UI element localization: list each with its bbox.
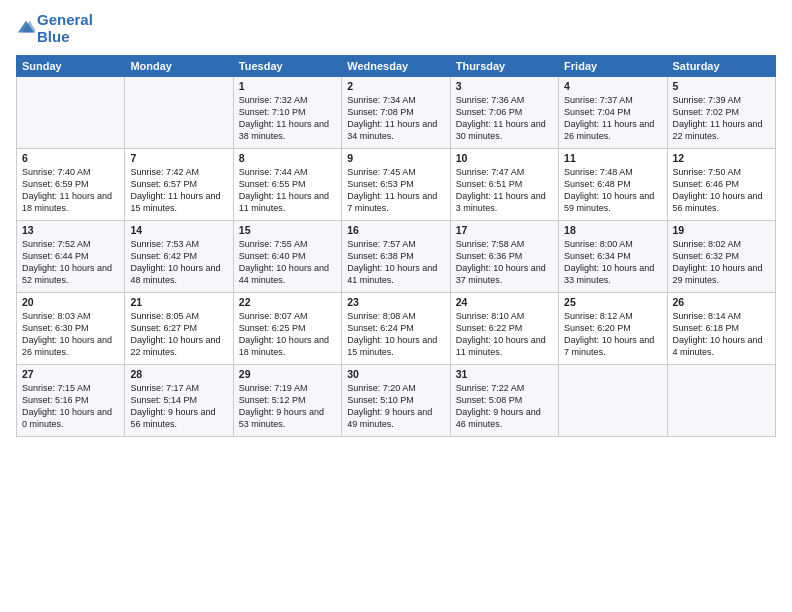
day-info: Sunrise: 8:12 AMSunset: 6:20 PMDaylight:… [564,310,661,359]
day-info: Sunrise: 8:08 AMSunset: 6:24 PMDaylight:… [347,310,444,359]
day-number: 14 [130,224,227,236]
day-info: Sunrise: 8:02 AMSunset: 6:32 PMDaylight:… [673,238,770,287]
table-row: 6Sunrise: 7:40 AMSunset: 6:59 PMDaylight… [17,149,125,221]
day-number: 31 [456,368,553,380]
table-row: 5Sunrise: 7:39 AMSunset: 7:02 PMDaylight… [667,77,775,149]
day-number: 11 [564,152,661,164]
table-row: 18Sunrise: 8:00 AMSunset: 6:34 PMDayligh… [559,221,667,293]
calendar-week-row: 1Sunrise: 7:32 AMSunset: 7:10 PMDaylight… [17,77,776,149]
table-row: 3Sunrise: 7:36 AMSunset: 7:06 PMDaylight… [450,77,558,149]
day-number: 19 [673,224,770,236]
table-row: 11Sunrise: 7:48 AMSunset: 6:48 PMDayligh… [559,149,667,221]
day-info: Sunrise: 8:03 AMSunset: 6:30 PMDaylight:… [22,310,119,359]
calendar-table: Sunday Monday Tuesday Wednesday Thursday… [16,55,776,437]
calendar-week-row: 6Sunrise: 7:40 AMSunset: 6:59 PMDaylight… [17,149,776,221]
day-info: Sunrise: 7:47 AMSunset: 6:51 PMDaylight:… [456,166,553,215]
day-number: 28 [130,368,227,380]
day-info: Sunrise: 7:45 AMSunset: 6:53 PMDaylight:… [347,166,444,215]
day-info: Sunrise: 8:00 AMSunset: 6:34 PMDaylight:… [564,238,661,287]
calendar-week-row: 27Sunrise: 7:15 AMSunset: 5:16 PMDayligh… [17,365,776,437]
table-row [559,365,667,437]
table-row: 31Sunrise: 7:22 AMSunset: 5:08 PMDayligh… [450,365,558,437]
table-row [125,77,233,149]
table-row: 1Sunrise: 7:32 AMSunset: 7:10 PMDaylight… [233,77,341,149]
day-info: Sunrise: 8:14 AMSunset: 6:18 PMDaylight:… [673,310,770,359]
header-friday: Friday [559,56,667,77]
day-number: 30 [347,368,444,380]
day-info: Sunrise: 7:20 AMSunset: 5:10 PMDaylight:… [347,382,444,431]
day-number: 7 [130,152,227,164]
logo-text-line1: General [37,12,93,29]
day-info: Sunrise: 7:55 AMSunset: 6:40 PMDaylight:… [239,238,336,287]
day-number: 24 [456,296,553,308]
day-info: Sunrise: 7:40 AMSunset: 6:59 PMDaylight:… [22,166,119,215]
day-number: 22 [239,296,336,308]
table-row: 22Sunrise: 8:07 AMSunset: 6:25 PMDayligh… [233,293,341,365]
day-number: 18 [564,224,661,236]
day-info: Sunrise: 7:39 AMSunset: 7:02 PMDaylight:… [673,94,770,143]
table-row: 14Sunrise: 7:53 AMSunset: 6:42 PMDayligh… [125,221,233,293]
day-info: Sunrise: 8:07 AMSunset: 6:25 PMDaylight:… [239,310,336,359]
day-info: Sunrise: 7:19 AMSunset: 5:12 PMDaylight:… [239,382,336,431]
day-number: 21 [130,296,227,308]
day-info: Sunrise: 7:44 AMSunset: 6:55 PMDaylight:… [239,166,336,215]
table-row: 12Sunrise: 7:50 AMSunset: 6:46 PMDayligh… [667,149,775,221]
header-sunday: Sunday [17,56,125,77]
table-row [667,365,775,437]
header-wednesday: Wednesday [342,56,450,77]
day-info: Sunrise: 7:36 AMSunset: 7:06 PMDaylight:… [456,94,553,143]
day-number: 8 [239,152,336,164]
table-row: 27Sunrise: 7:15 AMSunset: 5:16 PMDayligh… [17,365,125,437]
calendar-header-row: Sunday Monday Tuesday Wednesday Thursday… [17,56,776,77]
table-row: 9Sunrise: 7:45 AMSunset: 6:53 PMDaylight… [342,149,450,221]
day-info: Sunrise: 7:42 AMSunset: 6:57 PMDaylight:… [130,166,227,215]
table-row: 19Sunrise: 8:02 AMSunset: 6:32 PMDayligh… [667,221,775,293]
calendar-week-row: 20Sunrise: 8:03 AMSunset: 6:30 PMDayligh… [17,293,776,365]
day-info: Sunrise: 7:15 AMSunset: 5:16 PMDaylight:… [22,382,119,431]
day-info: Sunrise: 7:57 AMSunset: 6:38 PMDaylight:… [347,238,444,287]
header-tuesday: Tuesday [233,56,341,77]
day-number: 15 [239,224,336,236]
table-row: 20Sunrise: 8:03 AMSunset: 6:30 PMDayligh… [17,293,125,365]
day-info: Sunrise: 7:17 AMSunset: 5:14 PMDaylight:… [130,382,227,431]
table-row: 24Sunrise: 8:10 AMSunset: 6:22 PMDayligh… [450,293,558,365]
table-row: 4Sunrise: 7:37 AMSunset: 7:04 PMDaylight… [559,77,667,149]
table-row: 2Sunrise: 7:34 AMSunset: 7:08 PMDaylight… [342,77,450,149]
day-number: 27 [22,368,119,380]
day-number: 2 [347,80,444,92]
day-info: Sunrise: 7:53 AMSunset: 6:42 PMDaylight:… [130,238,227,287]
table-row: 10Sunrise: 7:47 AMSunset: 6:51 PMDayligh… [450,149,558,221]
day-number: 20 [22,296,119,308]
day-number: 29 [239,368,336,380]
day-number: 1 [239,80,336,92]
day-info: Sunrise: 7:37 AMSunset: 7:04 PMDaylight:… [564,94,661,143]
logo: General Blue [16,12,93,45]
table-row: 26Sunrise: 8:14 AMSunset: 6:18 PMDayligh… [667,293,775,365]
table-row: 13Sunrise: 7:52 AMSunset: 6:44 PMDayligh… [17,221,125,293]
day-info: Sunrise: 7:48 AMSunset: 6:48 PMDaylight:… [564,166,661,215]
table-row [17,77,125,149]
day-number: 5 [673,80,770,92]
day-info: Sunrise: 7:32 AMSunset: 7:10 PMDaylight:… [239,94,336,143]
day-number: 3 [456,80,553,92]
day-info: Sunrise: 7:52 AMSunset: 6:44 PMDaylight:… [22,238,119,287]
table-row: 23Sunrise: 8:08 AMSunset: 6:24 PMDayligh… [342,293,450,365]
table-row: 7Sunrise: 7:42 AMSunset: 6:57 PMDaylight… [125,149,233,221]
logo-text-line2: Blue [37,29,93,46]
table-row: 29Sunrise: 7:19 AMSunset: 5:12 PMDayligh… [233,365,341,437]
day-number: 12 [673,152,770,164]
day-info: Sunrise: 7:50 AMSunset: 6:46 PMDaylight:… [673,166,770,215]
day-info: Sunrise: 7:58 AMSunset: 6:36 PMDaylight:… [456,238,553,287]
day-info: Sunrise: 7:22 AMSunset: 5:08 PMDaylight:… [456,382,553,431]
day-number: 13 [22,224,119,236]
table-row: 21Sunrise: 8:05 AMSunset: 6:27 PMDayligh… [125,293,233,365]
day-number: 25 [564,296,661,308]
header-monday: Monday [125,56,233,77]
day-number: 4 [564,80,661,92]
day-number: 16 [347,224,444,236]
table-row: 15Sunrise: 7:55 AMSunset: 6:40 PMDayligh… [233,221,341,293]
day-info: Sunrise: 8:10 AMSunset: 6:22 PMDaylight:… [456,310,553,359]
header-saturday: Saturday [667,56,775,77]
table-row: 16Sunrise: 7:57 AMSunset: 6:38 PMDayligh… [342,221,450,293]
day-number: 6 [22,152,119,164]
